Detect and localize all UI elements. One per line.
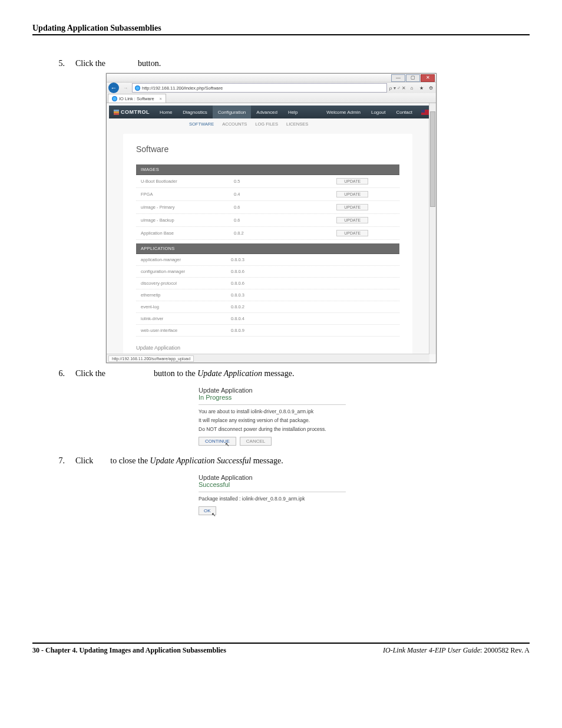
subnav-software[interactable]: SOFTWARE — [189, 121, 214, 127]
update-button[interactable]: UPDATE — [336, 191, 368, 197]
sub-nav: SOFTWARE ACCOUNTS LOG FILES LICENSES — [107, 118, 429, 129]
continue-button[interactable]: CONTINUE ↖ — [199, 437, 236, 446]
text: to close the — [110, 456, 150, 465]
app-name: iolink-driver — [141, 316, 231, 321]
nav-diagnostics[interactable]: Diagnostics — [177, 106, 212, 118]
tab-close-icon[interactable]: × — [160, 96, 162, 101]
img-ver: 0.6 — [234, 205, 310, 210]
app-ver: 0.8.0.4 — [231, 316, 395, 321]
nav-configuration[interactable]: Configuration — [213, 106, 252, 118]
table-row: discovery-protocol0.8.0.6 — [136, 278, 399, 289]
app-ver: 0.8.0.6 — [231, 281, 395, 286]
ok-button[interactable]: OK ↖ — [199, 506, 216, 515]
subnav-licenses[interactable]: LICENSES — [286, 121, 308, 127]
img-name: uImage - Backup — [141, 218, 234, 223]
img-ver: 0.8.2 — [234, 230, 310, 236]
divider — [199, 404, 346, 405]
browser-tab[interactable]: IO Link : Software × — [108, 94, 166, 103]
software-panel: Software IMAGES U-Boot Bootloader 0.5 UP… — [123, 134, 412, 363]
update-in-progress-dialog: Update Application In Progress You are a… — [196, 383, 348, 449]
img-ver: 0.4 — [234, 192, 310, 197]
dialog-title: Update Application — [199, 474, 346, 481]
app-name: event-log — [141, 304, 231, 309]
status-url: http://192.168.11.200/software/app_uploa… — [108, 355, 194, 362]
table-row: FPGA 0.4 UPDATE — [136, 188, 399, 201]
dialog-title: Update Application — [199, 387, 346, 394]
step-number: 6. — [32, 369, 75, 378]
page-title: Software — [136, 144, 399, 154]
page-content: COMTROL Home Diagnostics Configuration A… — [107, 103, 436, 363]
table-row: uImage - Primary 0.6 UPDATE — [136, 201, 399, 214]
app-name: discovery-protocol — [141, 281, 231, 286]
nav-contact[interactable]: Contact — [391, 106, 418, 118]
update-successful-dialog: Update Application Successful Package in… — [196, 470, 348, 519]
app-name: web-user-interface — [141, 328, 231, 333]
dialog-text: Do NOT disconnect power during the insta… — [199, 426, 346, 432]
scrollbar-vertical[interactable] — [429, 103, 436, 354]
nav-home[interactable]: Home — [154, 106, 177, 118]
update-button[interactable]: UPDATE — [336, 178, 368, 185]
tab-title: IO Link : Software — [119, 96, 154, 101]
table-row: U-Boot Bootloader 0.5 UPDATE — [136, 175, 399, 188]
maximize-icon[interactable]: ▢ — [406, 74, 420, 82]
tools-icon[interactable]: ⚙ — [427, 84, 434, 91]
table-row: web-user-interface0.8.0.9 — [136, 325, 399, 337]
tab-favicon — [112, 96, 117, 101]
apps-header: APPLICATIONS — [136, 243, 399, 254]
app-ver: 0.8.0.6 — [231, 269, 395, 274]
update-button[interactable]: UPDATE — [336, 230, 368, 236]
step-text: Click to close the Update Application Su… — [75, 456, 530, 466]
apps-table: application-manager0.8.0.3 configuration… — [136, 254, 399, 337]
img-ver: 0.5 — [234, 179, 310, 184]
ie-icon — [135, 85, 140, 91]
address-bar: ← → http://192.168.11.200/index.php/Soft… — [107, 82, 436, 93]
update-app-title: Update Application — [136, 345, 399, 351]
nav-help[interactable]: Help — [283, 106, 303, 118]
status-bar: http://192.168.11.200/software/app_uploa… — [107, 354, 429, 363]
app-name: configuration-manager — [141, 269, 231, 274]
welcome-text: Welcome Admin — [321, 106, 366, 118]
favorites-icon[interactable]: ★ — [418, 84, 425, 91]
img-ver: 0.6 — [234, 218, 310, 223]
tab-bar: IO Link : Software × — [107, 93, 436, 103]
btn-label: OK — [204, 508, 211, 513]
minimize-icon[interactable]: — — [391, 74, 405, 82]
nav-advanced[interactable]: Advanced — [251, 106, 283, 118]
step-6: 6. Click the button to the Update Applic… — [32, 369, 530, 378]
subnav-accounts[interactable]: ACCOUNTS — [222, 121, 247, 127]
text-italic: Update Application — [197, 369, 262, 378]
update-button[interactable]: UPDATE — [336, 204, 368, 210]
step-5: 5. Click the button. — [32, 59, 530, 68]
table-row: ethernetip0.8.0.3 — [136, 289, 399, 301]
app-ver: 0.8.0.9 — [231, 328, 395, 333]
images-table: U-Boot Bootloader 0.5 UPDATE FPGA 0.4 UP… — [136, 175, 399, 240]
app-ver: 0.8.0.3 — [231, 257, 395, 262]
update-button[interactable]: UPDATE — [336, 217, 368, 223]
step-number: 7. — [32, 456, 75, 466]
dialog-text: It will replace any existing version of … — [199, 417, 346, 423]
close-icon[interactable]: ✕ — [421, 74, 435, 82]
window-titlebar: — ▢ ✕ — [107, 74, 436, 82]
back-button[interactable]: ← — [108, 83, 119, 93]
img-name: uImage - Primary — [141, 205, 234, 210]
text: button. — [138, 59, 161, 68]
page-footer: 30 - Chapter 4. Updating Images and Appl… — [32, 643, 530, 655]
forward-button[interactable]: → — [121, 84, 130, 92]
table-row: event-log0.8.0.2 — [136, 301, 399, 313]
address-icons: ρ ▾ ♂ ✕ — [389, 85, 406, 91]
brand-logo: COMTROL — [109, 109, 154, 115]
flag-icon[interactable] — [421, 110, 429, 115]
url-input[interactable]: http://192.168.11.200/index.php/Software — [132, 83, 387, 93]
text: Click — [75, 456, 95, 465]
text: Click the — [75, 59, 107, 68]
text: message. — [265, 369, 295, 378]
text: message. — [253, 456, 283, 465]
brand-text: COMTROL — [121, 109, 150, 115]
footer-right: IO-Link Master 4-EIP User Guide: 2000582… — [383, 646, 530, 655]
app-ver: 0.8.0.2 — [231, 304, 395, 309]
cursor-icon: ↖ — [225, 442, 230, 447]
nav-logout[interactable]: Logout — [366, 106, 391, 118]
cancel-button[interactable]: CANCEL — [240, 437, 272, 446]
subnav-logfiles[interactable]: LOG FILES — [255, 121, 278, 127]
home-icon[interactable]: ⌂ — [408, 84, 415, 91]
